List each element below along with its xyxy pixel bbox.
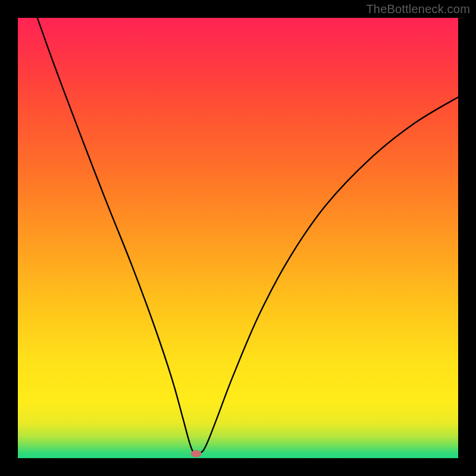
minimum-marker [191, 450, 202, 458]
watermark-label: TheBottleneck.com [366, 2, 470, 16]
chart-background-gradient [18, 18, 458, 458]
plot-area [18, 18, 458, 458]
chart-svg [18, 18, 458, 458]
chart-frame: TheBottleneck.com [0, 0, 476, 476]
